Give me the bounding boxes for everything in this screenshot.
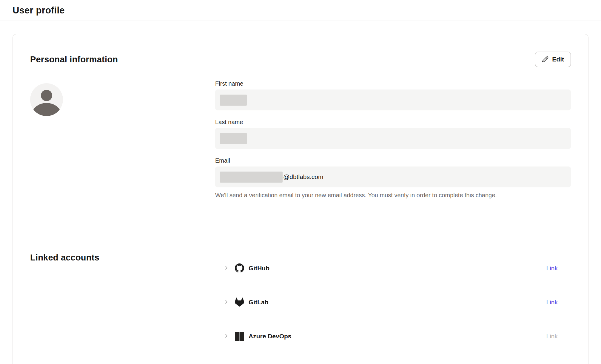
section-divider xyxy=(30,225,571,225)
expand-row-button[interactable] xyxy=(223,299,229,306)
azure-devops-icon xyxy=(235,331,244,341)
email-helper-text: We'll send a verification email to your … xyxy=(215,191,571,199)
personal-information-section: Personal information Edit xyxy=(30,52,571,225)
email-domain-text: @dbtlabs.com xyxy=(283,173,323,181)
github-link-action[interactable]: Link xyxy=(546,265,558,272)
account-name: Azure DevOps xyxy=(249,333,292,340)
pencil-icon xyxy=(542,56,548,63)
last-name-field xyxy=(215,128,571,149)
chevron-right-icon xyxy=(223,299,229,306)
email-field: @dbtlabs.com xyxy=(215,166,571,187)
page-header: User profile xyxy=(0,0,601,21)
chevron-right-icon xyxy=(223,265,229,272)
chevron-right-icon xyxy=(223,333,229,340)
profile-card: Personal information Edit xyxy=(13,34,588,364)
gitlab-link-action[interactable]: Link xyxy=(546,299,558,306)
avatar xyxy=(30,112,63,117)
account-row-azure-devops: Azure DevOps Link xyxy=(215,319,571,353)
linked-accounts-list: GitHub Link GitLab Link xyxy=(215,251,571,353)
gitlab-icon xyxy=(235,297,244,307)
account-name: GitLab xyxy=(249,299,269,306)
edit-button[interactable]: Edit xyxy=(535,52,571,67)
page-title: User profile xyxy=(13,5,588,16)
edit-button-label: Edit xyxy=(552,56,564,63)
linked-accounts-section: Linked accounts GitHub Link xyxy=(30,251,571,353)
email-label: Email xyxy=(215,157,571,164)
first-name-label: First name xyxy=(215,80,571,87)
account-row-github: GitHub Link xyxy=(215,251,571,285)
account-name: GitHub xyxy=(249,265,269,272)
last-name-label: Last name xyxy=(215,118,571,126)
account-row-gitlab: GitLab Link xyxy=(215,285,571,319)
expand-row-button[interactable] xyxy=(223,265,229,272)
expand-row-button[interactable] xyxy=(223,333,229,340)
personal-information-heading: Personal information xyxy=(30,55,118,64)
azure-devops-link-action: Link xyxy=(546,333,558,340)
last-name-field-group: Last name xyxy=(215,118,571,149)
email-field-group: Email @dbtlabs.com We'll send a verifica… xyxy=(215,157,571,199)
github-icon xyxy=(235,263,244,273)
redacted-value xyxy=(220,95,247,106)
redacted-value xyxy=(220,172,283,183)
first-name-field-group: First name xyxy=(215,80,571,110)
first-name-field xyxy=(215,90,571,110)
redacted-value xyxy=(220,133,247,144)
linked-accounts-heading: Linked accounts xyxy=(30,251,215,263)
